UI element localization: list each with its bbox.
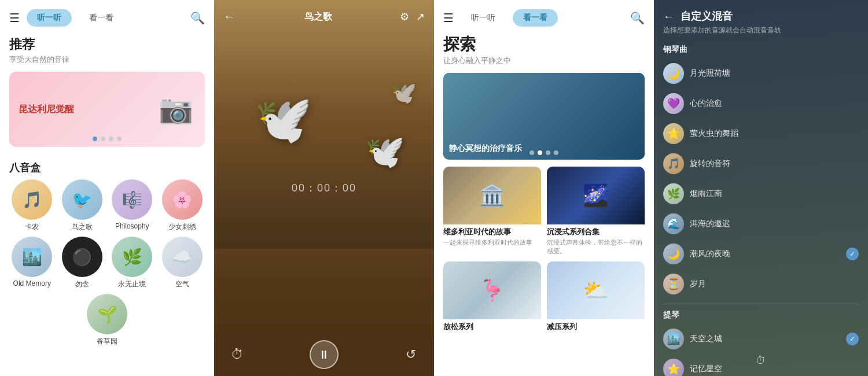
mix-label-healing: 心的治愈 — [690, 98, 859, 109]
camera-icon: 📷 — [159, 93, 193, 126]
thumb-herb: 🌱 — [87, 294, 127, 334]
mix-item-rain[interactable]: 🌿 烟雨江南 — [663, 179, 859, 209]
music-box-label: 八音盒 — [9, 161, 205, 175]
header-nav: ☰ 听一听 看一看 — [9, 9, 124, 27]
panel4-title: 自定义混音 — [681, 9, 733, 23]
relax-title: 放松系列 — [443, 319, 541, 333]
mix-thumb-years: ⏳ — [663, 274, 684, 294]
explore-card-destress[interactable]: ⛅ 减压系列 — [547, 261, 645, 333]
section-subtitle-1: 享受大自然的音律 — [9, 54, 205, 65]
panel4-back-button[interactable]: ← — [663, 10, 675, 23]
music-item-old[interactable]: 🏙️ Old Memory — [9, 237, 55, 289]
mix-label-rain: 烟雨江南 — [690, 189, 859, 199]
explore-card-relax[interactable]: 🦩 放松系列 — [443, 261, 541, 333]
explore-card-immersive[interactable]: 🌌 沉浸式系列合集 沉浸式声音体验，带给您不一样的感受。 — [547, 167, 645, 256]
tab-look-1[interactable]: 看一看 — [79, 9, 124, 27]
music-item-niao[interactable]: 🐦 鸟之歌 — [60, 179, 105, 232]
thumb-old: 🏙️ — [12, 237, 52, 277]
music-item-philo[interactable]: 🎼 Philosophy — [109, 179, 155, 232]
mix-thumb-sky-city: 🏙️ — [663, 329, 684, 349]
seagull-large-icon: 🕊️ — [255, 93, 312, 147]
music-item-herb[interactable]: 🌱 香草园 — [9, 294, 205, 346]
label-yong: 永无止境 — [118, 279, 146, 289]
music-item-yong[interactable]: 🌿 永无止境 — [109, 237, 155, 289]
cat-piano-label: 钢琴曲 — [663, 45, 859, 55]
menu-icon-3[interactable]: ☰ — [443, 11, 454, 25]
mix-item-tide[interactable]: 🌙 潮风的夜晚 ✓ — [663, 239, 859, 269]
player-back-button[interactable]: ← — [223, 9, 236, 24]
seagull-scene: 🕊️ 🕊️ 🕊️ — [231, 46, 434, 376]
label-kanong: 卡农 — [25, 222, 39, 232]
tab-listen-3[interactable]: 听一听 — [461, 9, 506, 27]
starry-img: 🌌 — [547, 167, 645, 224]
explore-panel: ☰ 听一听 看一看 🔍 探索 让身心融入平静之中 静心冥想的治疗音乐 🏛️ 维多… — [434, 0, 654, 376]
immersive-sub: 沉浸式声音体验，带给您不一样的感受。 — [547, 238, 645, 256]
thumb-kanong: 🎵 — [12, 179, 52, 220]
mix-item-years[interactable]: ⏳ 岁月 — [663, 269, 859, 299]
mix-thumb-firefly: 🌟 — [663, 123, 684, 144]
thumb-niao: 🐦 — [62, 179, 102, 220]
search-button-1[interactable]: 🔍 — [190, 11, 205, 25]
mix-item-rotating[interactable]: 🎵 旋转的音符 — [663, 149, 859, 179]
menu-icon[interactable]: ☰ — [9, 11, 20, 25]
mix-item-ocean[interactable]: 🌊 洱海的邀迟 — [663, 209, 859, 239]
label-old: Old Memory — [13, 279, 51, 287]
player-header: ← 鸟之歌 ⚙ ↗ — [214, 0, 434, 34]
mix-item-healing[interactable]: 💜 心的治愈 — [663, 89, 859, 119]
mix-item-firefly[interactable]: 🌟 萤火虫的舞蹈 — [663, 119, 859, 149]
explore-dot-2 — [538, 150, 542, 155]
panel3-header: ☰ 听一听 看一看 🔍 — [443, 9, 645, 27]
explore-card-victoria[interactable]: 🏛️ 维多利亚时代的故事 一起来探寻维多利亚时代的故事 — [443, 167, 541, 256]
mix-label-sky-city: 天空之城 — [690, 334, 840, 344]
label-monian: 勿念 — [75, 279, 89, 289]
player-controls: ⏱ ⏸ ↺ — [214, 333, 434, 376]
music-grid: 🎵 卡农 🐦 鸟之歌 🎼 Philosophy 🌸 少女刺绣 🏙️ Old Me… — [9, 179, 205, 289]
victoria-sub: 一起来探寻维多利亚时代的故事 — [443, 238, 541, 247]
dot-4 — [117, 137, 122, 141]
music-item-girl[interactable]: 🌸 少女刺绣 — [160, 179, 205, 232]
timer-button[interactable]: ⏱ — [226, 343, 249, 366]
label-herb: 香草园 — [97, 337, 117, 346]
cat-violin-label: 提琴 — [663, 310, 859, 320]
panel4-subtitle: 选择想要添加的音源就会自动混音音轨 — [663, 25, 859, 35]
thumb-yong: 🌿 — [112, 237, 152, 277]
player-panel: 🕊️ 🕊️ 🕊️ ← 鸟之歌 ⚙ ↗ 00：00：00 ⏱ ⏸ ↺ — [214, 0, 434, 376]
victoria-img: 🏛️ — [443, 167, 541, 224]
music-item-kanong[interactable]: 🎵 卡农 — [9, 179, 55, 232]
mix-item-moonlight[interactable]: 🌙 月光照荷塘 — [663, 58, 859, 89]
check-tide: ✓ — [846, 248, 859, 260]
mix-thumb-rain: 🌿 — [663, 183, 684, 204]
immersive-title: 沉浸式系列合集 — [547, 224, 645, 238]
mix-label-ocean: 洱海的邀迟 — [690, 219, 859, 229]
repeat-button[interactable]: ↺ — [399, 343, 422, 366]
settings-icon[interactable]: ⚙ — [400, 10, 409, 23]
explore-banner[interactable]: 静心冥想的治疗音乐 — [443, 73, 645, 160]
mix-item-sky-city[interactable]: 🏙️ 天空之城 ✓ — [663, 324, 859, 354]
check-sky-city: ✓ — [846, 333, 859, 345]
dot-2 — [101, 137, 105, 141]
tab-listen-1[interactable]: 听一听 — [27, 9, 72, 27]
share-icon[interactable]: ↗ — [416, 10, 425, 23]
music-item-monian[interactable]: ⚫ 勿念 — [60, 237, 105, 289]
mix-thumb-healing: 💜 — [663, 93, 684, 114]
search-button-3[interactable]: 🔍 — [630, 11, 645, 25]
play-pause-button[interactable]: ⏸ — [310, 340, 339, 369]
thumb-philo: 🎼 — [112, 179, 152, 220]
destress-title: 减压系列 — [547, 319, 645, 333]
player-song-title: 鸟之歌 — [304, 11, 332, 23]
mix-label-years: 岁月 — [690, 279, 859, 289]
explore-banner-text: 静心冥想的治疗音乐 — [449, 143, 522, 154]
mix-item-memory-star[interactable]: ⭐ 记忆星空 — [663, 354, 859, 376]
banner-1[interactable]: 昆达利尼觉醒 📷 — [9, 72, 205, 147]
tab-look-3[interactable]: 看一看 — [513, 9, 558, 27]
explore-title: 探索 — [443, 34, 645, 56]
category-divider — [663, 304, 859, 304]
label-philo: Philosophy — [115, 222, 149, 230]
mix-label-tide: 潮风的夜晚 — [690, 249, 840, 259]
explore-subtitle: 让身心融入平静之中 — [443, 56, 645, 66]
music-item-kongqi[interactable]: ☁️ 空气 — [160, 237, 205, 289]
explore-dot-4 — [554, 150, 558, 155]
label-kongqi: 空气 — [175, 279, 189, 289]
explore-dots — [529, 150, 558, 155]
mix-label-memory-star: 记忆星空 — [690, 364, 859, 374]
